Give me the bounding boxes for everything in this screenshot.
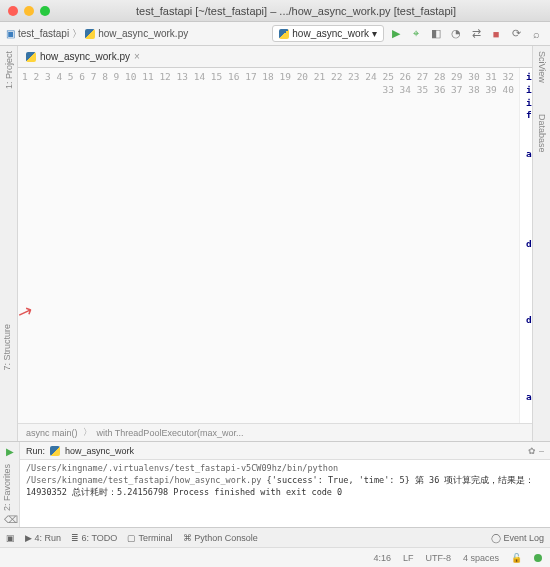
- right-gutter: SciView Database: [532, 46, 550, 441]
- run-button[interactable]: ▶: [388, 26, 404, 42]
- titlebar: test_fastapi [~/test_fastapi] – .../how_…: [0, 0, 550, 22]
- sciview-tab[interactable]: SciView: [537, 48, 547, 86]
- breadcrumb[interactable]: ▣ test_fastapi 〉 how_async_work.py: [6, 27, 268, 41]
- breadcrumb-item[interactable]: with ThreadPoolExecutor(max_wor...: [97, 428, 244, 438]
- chevron-right-icon: 〉: [72, 27, 82, 41]
- crumb-file[interactable]: how_async_work.py: [98, 28, 188, 39]
- profile-button[interactable]: ◔: [448, 26, 464, 42]
- code-area[interactable]: 1 2 3 4 5 6 7 8 9 10 11 12 13 14 15 16 1…: [18, 68, 532, 423]
- stop-button[interactable]: ■: [488, 26, 504, 42]
- cursor-position[interactable]: 4:16: [373, 553, 391, 563]
- code-content[interactable]: import aiohttp import asyncio import tim…: [520, 68, 532, 423]
- python-file-icon: [85, 29, 95, 39]
- run-output[interactable]: /Users/kingname/.virtualenvs/test_fastap…: [20, 460, 550, 527]
- editor: how_async_work.py × 1 2 3 4 5 6 7 8 9 10…: [18, 46, 532, 441]
- status-bar: 4:16 LF UTF-8 4 spaces 🔓: [0, 547, 550, 567]
- database-tab[interactable]: Database: [537, 111, 547, 156]
- messages-icon[interactable]: ▣: [6, 533, 15, 543]
- folder-icon: ▣: [6, 28, 15, 39]
- run-tab-header: Run: how_async_work ✿ –: [20, 442, 550, 460]
- coverage-button[interactable]: ◧: [428, 26, 444, 42]
- line-numbers: 1 2 3 4 5 6 7 8 9 10 11 12 13 14 15 16 1…: [18, 68, 520, 423]
- rerun-button[interactable]: ▶: [4, 446, 16, 458]
- close-window-button[interactable]: [8, 6, 18, 16]
- vcs-button[interactable]: ⟳: [508, 26, 524, 42]
- maximize-window-button[interactable]: [40, 6, 50, 16]
- favorites-tab[interactable]: 2: Favorites: [0, 460, 14, 515]
- todo-tool-tab[interactable]: ≣ 6: TODO: [71, 533, 117, 543]
- line-separator[interactable]: LF: [403, 553, 414, 563]
- run-config-label: how_async_work: [292, 28, 369, 39]
- close-tab-icon[interactable]: ×: [134, 51, 140, 62]
- debug-button[interactable]: ⌖: [408, 26, 424, 42]
- run-config-name: how_async_work: [65, 446, 134, 456]
- crumb-project[interactable]: test_fastapi: [18, 28, 69, 39]
- python-console-tool-tab[interactable]: ⌘ Python Console: [183, 533, 258, 543]
- editor-tab[interactable]: how_async_work.py ×: [18, 46, 532, 68]
- search-button[interactable]: ⌕: [528, 26, 544, 42]
- concurrency-button[interactable]: ⇄: [468, 26, 484, 42]
- chevron-down-icon: ▾: [372, 28, 377, 39]
- chevron-right-icon: 〉: [83, 426, 92, 439]
- python-file-icon: [26, 52, 36, 62]
- minimize-window-button[interactable]: [24, 6, 34, 16]
- bottom-tool-bar: ▣ ▶ 4: Run ≣ 6: TODO ▢ Terminal ⌘ Python…: [0, 527, 550, 547]
- breadcrumb-item[interactable]: async main(): [26, 428, 78, 438]
- settings-icon[interactable]: ✿ –: [528, 446, 544, 456]
- python-file-icon: [50, 446, 60, 456]
- run-label: Run:: [26, 446, 45, 456]
- left-gutter: 1: Project: [0, 46, 18, 441]
- event-log-tab[interactable]: ◯ Event Log: [491, 533, 544, 543]
- file-encoding[interactable]: UTF-8: [425, 553, 451, 563]
- terminal-tool-tab[interactable]: ▢ Terminal: [127, 533, 172, 543]
- inspection-indicator[interactable]: [534, 554, 542, 562]
- run-panel: ▶ ■ ≡ 🖶 ⌫ Run: how_async_work ✿ – /Users…: [0, 441, 550, 527]
- project-tool-window-tab[interactable]: 1: Project: [4, 48, 14, 92]
- structure-tab[interactable]: 7: Structure: [0, 320, 14, 375]
- window-title: test_fastapi [~/test_fastapi] – .../how_…: [50, 5, 542, 17]
- read-only-icon[interactable]: 🔓: [511, 553, 522, 563]
- toolbar: ▣ test_fastapi 〉 how_async_work.py how_a…: [0, 22, 550, 46]
- run-config-selector[interactable]: how_async_work ▾: [272, 25, 384, 42]
- window-controls: [8, 6, 50, 16]
- main-area: 1: Project how_async_work.py × 1 2 3 4 5…: [0, 46, 550, 441]
- editor-tab-label: how_async_work.py: [40, 51, 130, 62]
- run-content: Run: how_async_work ✿ – /Users/kingname/…: [20, 442, 550, 527]
- indent-indicator[interactable]: 4 spaces: [463, 553, 499, 563]
- run-tool-tab[interactable]: ▶ 4: Run: [25, 533, 61, 543]
- python-file-icon: [279, 29, 289, 39]
- editor-breadcrumb[interactable]: async main() 〉 with ThreadPoolExecutor(m…: [18, 423, 532, 441]
- clear-button[interactable]: ⌫: [4, 514, 16, 526]
